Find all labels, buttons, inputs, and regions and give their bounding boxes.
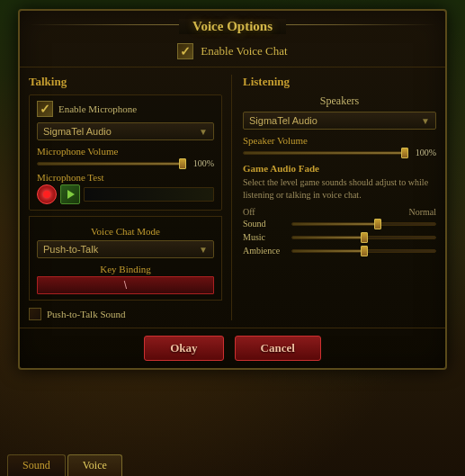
talking-column: Talking ✓ Enable Microphone SigmaTel Aud…	[29, 75, 232, 320]
tabs-row: Sound Voice	[0, 451, 130, 476]
dialog-title: Voice Options	[179, 19, 286, 34]
enable-mic-label: Enable Microphone	[58, 103, 137, 114]
play-icon	[67, 190, 75, 199]
enable-mic-row[interactable]: ✓ Enable Microphone	[37, 101, 214, 117]
mic-volume-value: 100%	[189, 158, 214, 168]
sound-fade-track[interactable]	[291, 222, 436, 226]
speakers-label: Speakers	[243, 94, 436, 108]
enable-voice-row[interactable]: ✓ Enable Voice Chat	[20, 38, 445, 67]
main-content: Talking ✓ Enable Microphone SigmaTel Aud…	[20, 67, 445, 328]
ambience-fade-label: Ambience	[243, 246, 288, 256]
voice-chat-mode-label: Voice Chat Mode	[37, 226, 214, 237]
music-fade-thumb[interactable]	[361, 232, 368, 243]
sound-fade-label: Sound	[243, 219, 288, 229]
music-fade-track[interactable]	[291, 236, 436, 239]
push-to-talk-sound-row[interactable]: Push-to-Talk Sound	[29, 308, 222, 320]
ambience-fade-row: Ambience	[243, 246, 436, 256]
game-audio-fade-box: Game Audio Fade Select the level game so…	[243, 163, 436, 256]
speaker-volume-value: 100%	[411, 148, 436, 157]
mode-dropdown[interactable]: Push-to-Talk ▼	[37, 240, 214, 258]
voice-chat-mode-box: Voice Chat Mode Push-to-Talk ▼ Key Bindi…	[29, 216, 222, 301]
listening-section-title: Listening	[243, 75, 436, 89]
music-fade-fill	[292, 237, 364, 238]
mic-test-bar	[84, 187, 214, 202]
mic-volume-fill	[38, 163, 184, 165]
enable-voice-checkbox[interactable]: ✓	[177, 43, 193, 59]
game-audio-fade-desc: Select the level game sounds should adju…	[243, 176, 436, 202]
mic-volume-slider-row: 100%	[37, 158, 214, 168]
dropdown-arrow-icon: ▼	[199, 127, 208, 137]
checkmark-icon: ✓	[180, 44, 191, 59]
enable-voice-label: Enable Voice Chat	[201, 44, 287, 58]
music-fade-row: Music	[243, 232, 436, 242]
mode-value: Push-to-Talk	[43, 244, 98, 255]
record-button[interactable]	[37, 184, 57, 204]
ambience-fade-track[interactable]	[291, 249, 436, 253]
ambience-fade-thumb[interactable]	[361, 246, 368, 256]
speaker-device-dropdown[interactable]: SigmaTel Audio ▼	[243, 112, 436, 130]
tab-sound-label: Sound	[22, 459, 50, 472]
okay-button[interactable]: Okay	[144, 336, 223, 361]
fade-normal-label: Normal	[408, 207, 436, 217]
play-button[interactable]	[60, 184, 80, 204]
music-fade-label: Music	[243, 232, 288, 242]
record-dot-icon	[43, 191, 50, 198]
tab-voice-label: Voice	[83, 459, 107, 472]
speaker-volume-fill	[244, 152, 407, 154]
sound-fade-row: Sound	[243, 219, 436, 229]
speaker-volume-slider-row: 100%	[243, 148, 436, 157]
sound-fade-thumb[interactable]	[374, 219, 381, 229]
ambience-fade-fill	[292, 250, 364, 252]
listening-column: Listening Speakers SigmaTel Audio ▼ Spea…	[232, 75, 436, 320]
game-audio-fade-title: Game Audio Fade	[243, 163, 436, 174]
mode-dropdown-arrow-icon: ▼	[199, 245, 208, 255]
fade-off-label: Off	[243, 207, 255, 217]
mic-volume-label: Microphone Volume	[37, 146, 214, 157]
mic-device-dropdown-row: SigmaTel Audio ▼	[37, 122, 214, 140]
push-to-talk-sound-label: Push-to-Talk Sound	[47, 309, 126, 319]
speaker-dropdown-arrow-icon: ▼	[421, 116, 430, 126]
mic-test-label: Microphone Test	[37, 172, 214, 183]
key-binding-label: Key Binding	[37, 264, 214, 274]
voice-options-dialog: Voice Options ✓ Enable Voice Chat Talkin…	[18, 9, 447, 370]
mic-checkmark-icon: ✓	[40, 102, 50, 117]
speaker-volume-thumb[interactable]	[401, 148, 408, 158]
key-binding-input[interactable]	[37, 276, 214, 294]
speaker-volume-label: Speaker Volume	[243, 135, 436, 146]
mic-device-value: SigmaTel Audio	[43, 126, 112, 137]
mode-dropdown-row: Push-to-Talk ▼	[37, 240, 214, 258]
title-bar: Voice Options	[20, 11, 445, 38]
push-to-talk-sound-checkbox[interactable]	[29, 308, 41, 320]
bottom-buttons: Okay Cancel	[20, 328, 445, 368]
tab-voice[interactable]: Voice	[67, 454, 122, 476]
sound-fade-fill	[292, 223, 378, 225]
mic-test-row	[37, 184, 214, 204]
enable-mic-checkbox[interactable]: ✓	[37, 101, 53, 117]
cancel-button[interactable]: Cancel	[235, 336, 321, 361]
talking-section-title: Talking	[29, 75, 222, 89]
mic-volume-thumb[interactable]	[179, 158, 186, 169]
speaker-device-value: SigmaTel Audio	[249, 115, 317, 126]
mic-volume-track[interactable]	[37, 162, 185, 166]
speaker-device-dropdown-row: SigmaTel Audio ▼	[243, 112, 436, 130]
tab-sound[interactable]: Sound	[7, 454, 66, 476]
fade-labels-row: Off Normal	[243, 207, 436, 217]
speaker-volume-track[interactable]	[243, 151, 407, 155]
mic-device-dropdown[interactable]: SigmaTel Audio ▼	[37, 122, 214, 140]
talking-section-box: ✓ Enable Microphone SigmaTel Audio ▼ Mic…	[29, 94, 222, 211]
